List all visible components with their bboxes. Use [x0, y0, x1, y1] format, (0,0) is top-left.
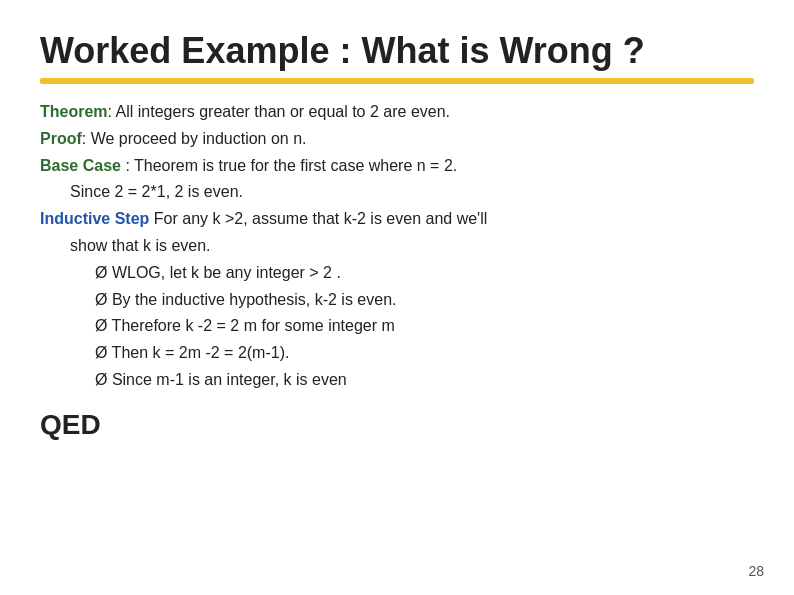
inductive-step-rest: For any k >2, assume that k-2 is even an…	[149, 210, 487, 227]
show-text: show that k is even.	[70, 237, 211, 254]
theorem-label: Theorem	[40, 103, 108, 120]
bullet1-line: Ø WLOG, let k be any integer > 2 .	[95, 261, 754, 286]
base-case-label: Base Case	[40, 157, 121, 174]
bullet4-line: Ø Then k = 2m -2 = 2(m-1).	[95, 341, 754, 366]
qed-text: QED	[40, 403, 754, 446]
content-area: Theorem: All integers greater than or eq…	[40, 100, 754, 446]
page-number: 28	[748, 563, 764, 579]
title-underline	[40, 78, 754, 84]
bullet4-text: Ø Then k = 2m -2 = 2(m-1).	[95, 344, 289, 361]
bullet1-text: Ø WLOG, let k be any integer > 2 .	[95, 264, 341, 281]
proof-rest: : We proceed by induction on n.	[82, 130, 307, 147]
theorem-line: Theorem: All integers greater than or eq…	[40, 100, 754, 125]
proof-label: Proof	[40, 130, 82, 147]
bullet2-line: Ø By the inductive hypothesis, k-2 is ev…	[95, 288, 754, 313]
bullet5-line: Ø Since m-1 is an integer, k is even	[95, 368, 754, 393]
theorem-rest: : All integers greater than or equal to …	[108, 103, 450, 120]
bullet3-text: Ø Therefore k -2 = 2 m for some integer …	[95, 317, 395, 334]
proof-line: Proof: We proceed by induction on n.	[40, 127, 754, 152]
show-line: show that k is even.	[70, 234, 754, 259]
since-text: Since 2 = 2*1, 2 is even.	[70, 183, 243, 200]
slide: Worked Example : What is Wrong ? Theorem…	[0, 0, 794, 595]
bullet5-text: Ø Since m-1 is an integer, k is even	[95, 371, 347, 388]
slide-title: Worked Example : What is Wrong ?	[40, 30, 754, 72]
base-case-line: Base Case : Theorem is true for the firs…	[40, 154, 754, 179]
base-case-rest: : Theorem is true for the first case whe…	[121, 157, 457, 174]
since-line: Since 2 = 2*1, 2 is even.	[70, 180, 754, 205]
bullet3-line: Ø Therefore k -2 = 2 m for some integer …	[95, 314, 754, 339]
inductive-step-label: Inductive Step	[40, 210, 149, 227]
inductive-step-line: Inductive Step For any k >2, assume that…	[40, 207, 754, 232]
bullet2-text: Ø By the inductive hypothesis, k-2 is ev…	[95, 291, 396, 308]
